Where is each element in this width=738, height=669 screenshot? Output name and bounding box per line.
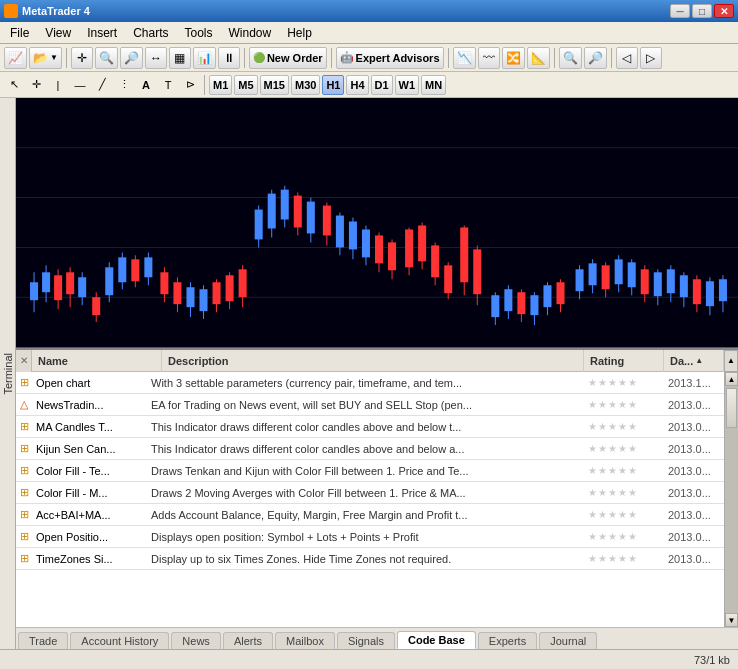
close-button[interactable]: ✕ [714, 4, 734, 18]
tf-w1[interactable]: W1 [395, 75, 420, 95]
line-chart-btn[interactable]: 📊 [193, 47, 216, 69]
maximize-button[interactable]: □ [692, 4, 712, 18]
tab-code-base[interactable]: Code Base [397, 631, 476, 649]
textbox-tool[interactable]: T [158, 75, 178, 95]
line-tool[interactable]: | [48, 75, 68, 95]
scroll-btn[interactable]: ↔ [145, 47, 167, 69]
tf-h4[interactable]: H4 [346, 75, 368, 95]
chart-area[interactable] [16, 98, 738, 348]
tab-trade[interactable]: Trade [18, 632, 68, 649]
nav2-btn[interactable]: ▷ [640, 47, 662, 69]
tf-m5[interactable]: M5 [234, 75, 257, 95]
tf-m1[interactable]: M1 [209, 75, 232, 95]
new-chart-btn[interactable]: 📈 [4, 47, 27, 69]
menu-bar: File View Insert Charts Tools Window Hel… [0, 22, 738, 44]
row-date: 2013.0... [664, 553, 724, 565]
table-row[interactable]: ⊞ Acc+BAI+MA... Adds Account Balance, Eq… [16, 504, 724, 526]
table-row[interactable]: △ NewsTradin... EA for Trading on News e… [16, 394, 724, 416]
indicator2-btn[interactable]: 〰 [478, 47, 500, 69]
new-order-btn[interactable]: 🟢 New Order [249, 47, 327, 69]
tf-h1[interactable]: H1 [322, 75, 344, 95]
pointer-tool[interactable]: ↖ [4, 75, 24, 95]
tf-mn[interactable]: MN [421, 75, 446, 95]
bar-chart-btn[interactable]: ⏸ [218, 47, 240, 69]
svg-rect-6 [30, 282, 38, 300]
svg-rect-52 [336, 216, 344, 248]
menu-charts[interactable]: Charts [125, 24, 176, 42]
svg-rect-26 [160, 272, 168, 294]
fib-tool[interactable]: ⋮ [114, 75, 134, 95]
draw-tool[interactable]: ╱ [92, 75, 112, 95]
zoom-out-btn[interactable]: 🔎 [120, 47, 143, 69]
row-icon: ⊞ [16, 486, 32, 499]
svg-rect-18 [105, 267, 113, 295]
table-row[interactable]: ⊞ Color Fill - Te... Draws Tenkan and Ki… [16, 460, 724, 482]
scroll-thumb[interactable] [726, 388, 737, 428]
svg-rect-28 [173, 282, 181, 304]
hline-tool[interactable]: — [70, 75, 90, 95]
row-desc: This Indicator draws different color can… [147, 421, 584, 433]
toolbar-1: 📈 📂▼ ✛ 🔍 🔎 ↔ ▦ 📊 ⏸ 🟢 New Order 🤖 Expert … [0, 44, 738, 72]
svg-rect-88 [589, 263, 597, 285]
row-desc: Draws 2 Moving Averges with Color Fill b… [147, 487, 584, 499]
crosshair-tool[interactable]: ✛ [26, 75, 46, 95]
collapse-btn[interactable]: ✕ [16, 350, 32, 372]
tab-mailbox[interactable]: Mailbox [275, 632, 335, 649]
tab-account-history[interactable]: Account History [70, 632, 169, 649]
svg-rect-104 [693, 279, 701, 304]
sep6 [611, 48, 612, 68]
tab-alerts[interactable]: Alerts [223, 632, 273, 649]
svg-rect-70 [460, 227, 468, 282]
right-content: ✕ Name Description Rating Da... ▲ ▲ [16, 98, 738, 649]
tab-signals[interactable]: Signals [337, 632, 395, 649]
menu-tools[interactable]: Tools [177, 24, 221, 42]
indicator4-btn[interactable]: 📐 [527, 47, 550, 69]
expert-advisors-btn[interactable]: 🤖 Expert Advisors [336, 47, 444, 69]
arrow-tool[interactable]: ⊳ [180, 75, 200, 95]
crosshair-btn[interactable]: ✛ [71, 47, 93, 69]
tab-journal[interactable]: Journal [539, 632, 597, 649]
chart-view-btn[interactable]: ▦ [169, 47, 191, 69]
menu-view[interactable]: View [37, 24, 79, 42]
svg-rect-94 [628, 262, 636, 287]
svg-rect-10 [54, 275, 62, 300]
zoom-in-btn[interactable]: 🔍 [95, 47, 118, 69]
row-date: 2013.0... [664, 443, 724, 455]
table-row[interactable]: ⊞ Color Fill - M... Draws 2 Moving Averg… [16, 482, 724, 504]
row-icon: ⊞ [16, 552, 32, 565]
svg-rect-92 [615, 259, 623, 284]
tab-news[interactable]: News [171, 632, 221, 649]
table-row[interactable]: ⊞ MA Candles T... This Indicator draws d… [16, 416, 724, 438]
scroll-down-btn[interactable]: ▼ [725, 613, 738, 627]
text-tool[interactable]: A [136, 75, 156, 95]
table-row[interactable]: ⊞ Open chart With 3 settable parameters … [16, 372, 724, 394]
row-date: 2013.0... [664, 399, 724, 411]
tab-experts[interactable]: Experts [478, 632, 537, 649]
svg-rect-22 [131, 259, 139, 281]
minimize-button[interactable]: ─ [670, 4, 690, 18]
table-row[interactable]: ⊞ TimeZones Si... Display up to six Time… [16, 548, 724, 570]
scroll-up-btn[interactable]: ▲ [725, 372, 738, 386]
tf-m30[interactable]: M30 [291, 75, 320, 95]
table-row[interactable]: ⊞ Kijun Sen Can... This Indicator draws … [16, 438, 724, 460]
scroll-up[interactable]: ▲ [724, 350, 738, 372]
row-name: NewsTradin... [32, 399, 147, 411]
menu-help[interactable]: Help [279, 24, 320, 42]
menu-insert[interactable]: Insert [79, 24, 125, 42]
nav1-btn[interactable]: ◁ [616, 47, 638, 69]
menu-file[interactable]: File [2, 24, 37, 42]
table-row[interactable]: ⊞ Open Positio... Displays open position… [16, 526, 724, 548]
zoom-out2-btn[interactable]: 🔎 [584, 47, 607, 69]
tf-m15[interactable]: M15 [260, 75, 289, 95]
svg-rect-76 [504, 289, 512, 311]
zoom-in2-btn[interactable]: 🔍 [559, 47, 582, 69]
tf-d1[interactable]: D1 [371, 75, 393, 95]
table-scrollbar[interactable]: ▲ ▼ [724, 372, 738, 627]
open-btn[interactable]: 📂▼ [29, 47, 62, 69]
menu-window[interactable]: Window [221, 24, 280, 42]
svg-rect-38 [239, 269, 247, 297]
svg-rect-78 [517, 292, 525, 314]
status-bar: 73/1 kb [0, 649, 738, 669]
indicator1-btn[interactable]: 📉 [453, 47, 476, 69]
indicator3-btn[interactable]: 🔀 [502, 47, 525, 69]
